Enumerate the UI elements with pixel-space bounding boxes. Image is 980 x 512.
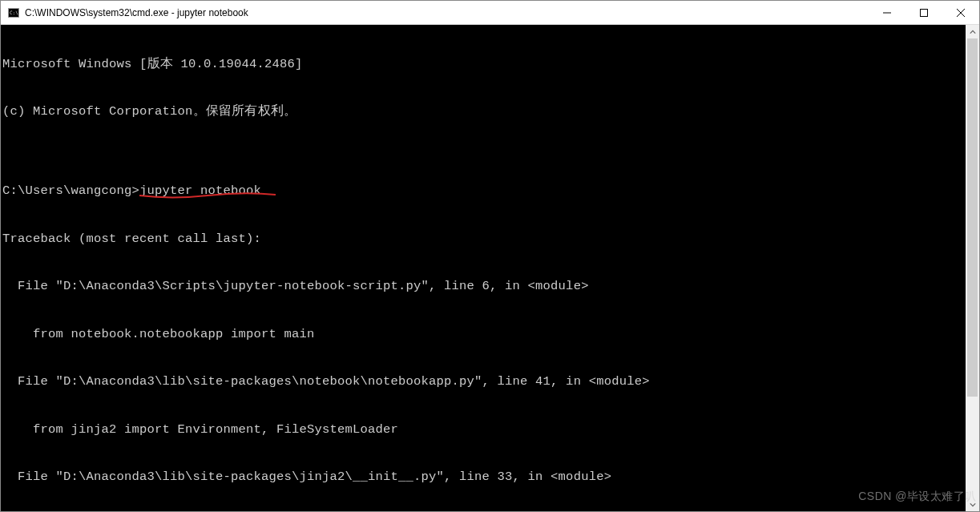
window-title: C:\WINDOWS\system32\cmd.exe - jupyter no…: [25, 7, 248, 18]
svg-rect-1: [921, 9, 928, 16]
terminal-output[interactable]: Microsoft Windows [版本 10.0.19044.2486] (…: [1, 25, 979, 511]
terminal-line: File "D:\Anaconda3\Scripts\jupyter-noteb…: [2, 279, 978, 295]
terminal-line: Traceback (most recent call last):: [2, 232, 978, 248]
vertical-scrollbar[interactable]: [966, 25, 979, 511]
chevron-up-icon: [970, 29, 976, 35]
scroll-up-button[interactable]: [966, 25, 979, 38]
cmd-icon: [7, 6, 20, 19]
window-controls: [869, 1, 979, 24]
terminal-line: Microsoft Windows [版本 10.0.19044.2486]: [2, 57, 978, 73]
watermark: CSDN @毕设太难了叭: [858, 490, 977, 504]
titlebar[interactable]: C:\WINDOWS\system32\cmd.exe - jupyter no…: [1, 1, 979, 25]
scroll-thumb[interactable]: [967, 38, 978, 397]
terminal-line: from notebook.notebookapp import main: [2, 327, 978, 343]
terminal-line: (c) Microsoft Corporation。保留所有权利。: [2, 104, 978, 120]
scroll-track[interactable]: [966, 38, 979, 498]
terminal-line: from jinja2 import Environment, FileSyst…: [2, 422, 978, 438]
minimize-button[interactable]: [869, 1, 905, 24]
typed-command: jupyter notebook: [139, 183, 261, 198]
maximize-button[interactable]: [905, 1, 942, 24]
terminal-line: C:\Users\wangcong>jupyter notebook: [2, 183, 978, 200]
terminal-line: File "D:\Anaconda3\lib\site-packages\not…: [2, 374, 978, 390]
window-frame: C:\WINDOWS\system32\cmd.exe - jupyter no…: [0, 0, 980, 512]
terminal-line: File "D:\Anaconda3\lib\site-packages\jin…: [2, 470, 978, 486]
prompt: C:\Users\wangcong>: [2, 183, 139, 198]
close-button[interactable]: [942, 1, 979, 24]
